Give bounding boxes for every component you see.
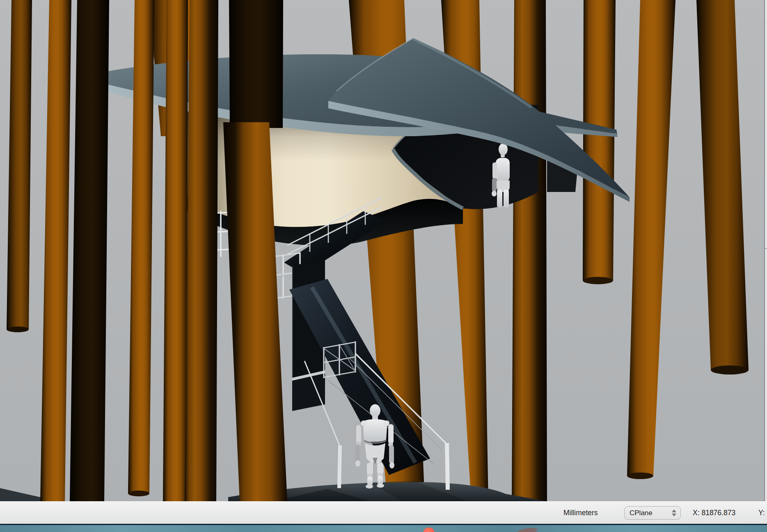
side-panel-edge[interactable] bbox=[764, 0, 767, 501]
mannequin-neck bbox=[501, 153, 505, 158]
mannequin-arm bbox=[356, 425, 361, 444]
coordinate-y-label: Y: bbox=[758, 502, 765, 524]
tree-trunk[interactable] bbox=[229, 0, 283, 128]
mannequin-torso bbox=[363, 419, 387, 442]
red-smudge bbox=[517, 527, 538, 532]
mannequin-hand bbox=[492, 191, 497, 196]
mannequin-leg bbox=[504, 190, 509, 208]
coordinate-x-label: X: bbox=[693, 509, 700, 517]
red-dot[interactable] bbox=[423, 527, 435, 532]
trunk-end bbox=[128, 491, 149, 496]
panel-divider bbox=[765, 23, 767, 23]
coordinate-x-readout: X: 81876.873 bbox=[693, 502, 735, 524]
mannequin-thigh bbox=[377, 463, 383, 474]
mannequin-calf bbox=[378, 476, 383, 485]
status-bar: Millimeters CPlane X: 81876.873 Y: bbox=[0, 501, 767, 524]
panel-divider[interactable] bbox=[765, 248, 767, 249]
trunk-end bbox=[627, 473, 653, 479]
cad-application-window: Millimeters CPlane X: 81876.873 Y: bbox=[0, 0, 767, 532]
tree-trunks-front[interactable] bbox=[7, 0, 287, 501]
tree-trunk[interactable] bbox=[583, 0, 616, 281]
mannequin-thigh bbox=[367, 463, 373, 475]
cplane-popup-label: CPlane bbox=[630, 509, 672, 517]
trunk-end bbox=[711, 365, 749, 374]
chevron-up-down-icon bbox=[672, 509, 676, 516]
mannequin-forearm bbox=[492, 178, 497, 192]
tree-trunk[interactable] bbox=[163, 0, 188, 501]
mannequin-forearm bbox=[389, 445, 394, 464]
trunk-end bbox=[583, 277, 613, 284]
railing-post bbox=[445, 443, 450, 490]
mannequin-arm bbox=[388, 424, 394, 444]
tree-trunk[interactable] bbox=[185, 0, 218, 501]
trunk-end bbox=[7, 327, 29, 332]
mannequin-leg bbox=[497, 190, 502, 208]
mannequin-torso bbox=[496, 158, 510, 182]
mannequin-head bbox=[370, 404, 380, 417]
coordinate-x-value: 81876.873 bbox=[701, 509, 735, 517]
mannequin-shoulder bbox=[361, 420, 366, 426]
mannequin-neck bbox=[372, 416, 378, 420]
mannequin-forearm bbox=[355, 445, 360, 462]
mannequin-calf bbox=[367, 477, 373, 486]
tree-trunk[interactable] bbox=[512, 0, 547, 501]
mannequin-arm bbox=[492, 162, 497, 179]
background-window-strip[interactable] bbox=[0, 525, 767, 532]
mannequin-hand bbox=[355, 460, 360, 467]
mannequin-hand bbox=[389, 462, 394, 468]
mannequin-foot bbox=[377, 484, 384, 488]
mannequin-foot bbox=[366, 484, 373, 489]
units-label[interactable]: Millimeters bbox=[563, 502, 598, 524]
cplane-popup[interactable]: CPlane bbox=[624, 506, 681, 520]
viewport-3d[interactable] bbox=[0, 0, 767, 501]
